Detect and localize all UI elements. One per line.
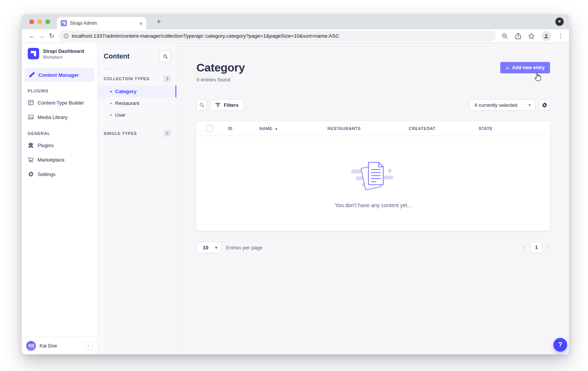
sidebar-item-media-library[interactable]: Media Library — [22, 110, 97, 124]
sidebar-item-label: Plugins — [38, 143, 54, 148]
sidebar-item-content-manager[interactable]: Content Manager — [25, 68, 94, 82]
tab-search-button[interactable] — [555, 17, 564, 26]
empty-state-text: You don't have any content yet... — [335, 202, 411, 208]
browser-menu-button[interactable]: ⋮ — [558, 32, 564, 40]
search-icon — [199, 103, 204, 108]
minimize-window-button[interactable] — [37, 19, 42, 24]
page-size-select[interactable]: 10 ▾ — [196, 242, 221, 253]
subnav-item-label: User — [115, 112, 125, 118]
sort-ascending-icon: ▲ — [275, 127, 278, 130]
column-header-createdat[interactable]: CREATEDAT — [409, 126, 479, 131]
bullet-icon — [110, 103, 112, 104]
current-page-button[interactable]: 1 — [531, 242, 542, 253]
user-name: Kai Doe — [40, 343, 57, 349]
sidebar-item-marketplace[interactable]: Marketplace — [22, 152, 97, 167]
person-icon — [543, 33, 549, 39]
sidebar-section-general: GENERAL — [22, 124, 97, 138]
previous-page-button[interactable]: ‹ — [523, 244, 525, 251]
cart-icon — [28, 157, 34, 163]
plus-icon: + — [506, 65, 509, 71]
sidebar-item-settings[interactable]: Settings — [22, 167, 97, 181]
reload-button[interactable]: ↻ — [47, 32, 57, 40]
empty-state: You don't have any content yet... — [196, 136, 550, 231]
forward-button[interactable]: → — [37, 32, 47, 40]
close-window-button[interactable] — [29, 19, 34, 24]
main-content: Category 0 entries found + Add new entry… — [177, 43, 569, 354]
subnav-item-restaurant[interactable]: Restaurant — [98, 97, 176, 109]
subnav-title: Content — [104, 52, 130, 60]
subnav-item-category[interactable]: Category — [98, 86, 176, 97]
user-avatar[interactable]: KD — [26, 341, 36, 351]
divider — [104, 68, 112, 69]
column-header-state[interactable]: STATE — [479, 126, 540, 131]
content-subnav: Content COLLECTION TYPES 3 Category Rest… — [98, 43, 177, 354]
collection-types-count-badge: 3 — [163, 75, 171, 82]
bullet-icon — [110, 114, 112, 116]
gear-icon — [542, 102, 547, 108]
table-header-row: ID NAME ▲ RESTAURANTS CREATEDAT STATE — [196, 121, 550, 136]
add-new-entry-label: Add new entry — [512, 65, 545, 70]
sidebar-item-label: Settings — [38, 171, 55, 177]
filters-label: Filters — [224, 102, 239, 108]
pagination-row: 10 ▾ Entries per page ‹ 1 › — [196, 242, 550, 253]
view-settings-button[interactable] — [539, 99, 550, 111]
sidebar-item-plugins[interactable]: Plugins — [22, 138, 97, 152]
url-text: localhost:1337/admin/content-manager/col… — [72, 33, 339, 39]
filter-icon — [215, 103, 220, 107]
subnav-search-button[interactable] — [160, 51, 171, 62]
entries-table-panel: ID NAME ▲ RESTAURANTS CREATEDAT STATE — [196, 121, 550, 231]
workspace-subtitle: Workplace — [43, 55, 84, 59]
layout-icon — [28, 100, 34, 106]
chevron-down-icon — [558, 21, 561, 23]
sidebar-item-label: Content Manager — [38, 72, 79, 78]
next-page-button[interactable]: › — [548, 244, 550, 251]
site-info-icon[interactable] — [63, 33, 69, 39]
help-button[interactable]: ? — [553, 338, 567, 352]
image-icon — [28, 114, 34, 120]
single-types-label: SINGLE TYPES — [104, 131, 137, 136]
select-all-checkbox[interactable] — [206, 125, 213, 132]
page-title: Category — [196, 61, 245, 74]
share-icon[interactable] — [515, 33, 522, 40]
subnav-item-user[interactable]: User — [98, 109, 176, 121]
collection-types-label: COLLECTION TYPES — [104, 76, 149, 81]
toolbar-icons: ⋮ — [500, 31, 564, 41]
workspace-title: Strapi Dashboard — [43, 48, 84, 54]
chevron-down-icon: ▾ — [528, 103, 531, 108]
strapi-logo-icon — [28, 48, 39, 59]
single-types-count-badge: 0 — [163, 130, 171, 137]
bookmark-star-icon[interactable] — [528, 33, 535, 40]
add-new-entry-button[interactable]: + Add new entry — [500, 62, 550, 73]
new-tab-button[interactable]: + — [154, 17, 164, 27]
columns-selected-dropdown[interactable]: 4 currently selected ▾ — [469, 99, 536, 111]
sidebar-item-content-type-builder[interactable]: Content-Type Builder — [22, 95, 97, 110]
subnav-item-label: Category — [115, 89, 136, 94]
zoom-out-icon[interactable] — [501, 33, 508, 40]
zoom-window-button[interactable] — [45, 19, 50, 24]
sidebar-item-label: Content-Type Builder — [38, 100, 84, 106]
close-tab-icon[interactable]: × — [139, 20, 142, 27]
collapse-sidebar-button[interactable]: ‹ — [84, 341, 93, 350]
subnav-item-label: Restaurant — [115, 100, 139, 106]
browser-window: Strapi Admin × + ← → ↻ localhost:1337/ad… — [22, 14, 569, 354]
workspace-brand[interactable]: Strapi Dashboard Workplace — [22, 43, 97, 64]
page-size-value: 10 — [203, 245, 208, 251]
address-bar[interactable]: localhost:1337/admin/content-manager/col… — [59, 31, 496, 41]
column-header-restaurants[interactable]: RESTAURANTS — [327, 126, 409, 131]
search-entries-button[interactable] — [196, 100, 207, 110]
browser-profile-avatar[interactable] — [541, 31, 551, 41]
sidebar-item-label: Media Library — [38, 114, 68, 120]
filters-button[interactable]: Filters — [210, 99, 244, 111]
back-button[interactable]: ← — [27, 32, 37, 40]
column-header-id[interactable]: ID — [228, 126, 259, 131]
tab-title: Strapi Admin — [70, 21, 136, 26]
sidebar-section-plugins: PLUGINS — [22, 82, 97, 95]
sidebar-footer: KD Kai Doe ‹ — [22, 337, 97, 354]
empty-documents-illustration — [350, 159, 397, 194]
column-header-name[interactable]: NAME ▲ — [259, 126, 327, 131]
bullet-icon — [110, 91, 112, 92]
strapi-admin-app: Strapi Dashboard Workplace Content Manag… — [22, 43, 569, 354]
entries-per-page-label: Entries per page — [226, 245, 262, 251]
browser-tab[interactable]: Strapi Admin × — [57, 17, 146, 29]
sidebar-item-label: Marketplace — [38, 157, 65, 163]
